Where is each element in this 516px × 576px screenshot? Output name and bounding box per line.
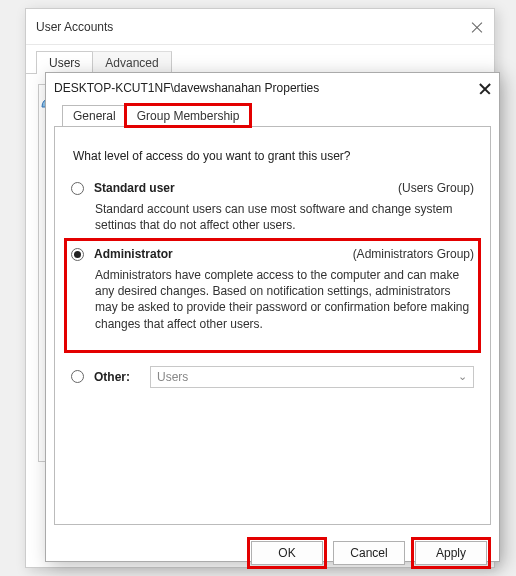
radio-other[interactable]: [71, 370, 84, 383]
option-standard[interactable]: Standard user (Users Group) Standard acc…: [71, 181, 474, 229]
standard-label: Standard user: [94, 181, 175, 195]
apply-button[interactable]: Apply: [415, 541, 487, 565]
inner-title: DESKTOP-KCUT1NF\davewshanahan Properties: [54, 81, 319, 95]
tab-group-membership[interactable]: Group Membership: [126, 105, 251, 126]
standard-desc: Standard account users can use most soft…: [95, 201, 474, 229]
admin-label: Administrator: [94, 247, 173, 261]
other-label: Other:: [94, 370, 140, 384]
outer-titlebar: User Accounts: [26, 9, 494, 45]
other-select-value: Users: [157, 370, 188, 384]
outer-title: User Accounts: [36, 20, 113, 34]
group-membership-panel: What level of access do you want to gran…: [54, 127, 491, 525]
chevron-down-icon: ⌄: [458, 370, 467, 383]
dialog-buttons: OK Cancel Apply: [46, 533, 499, 575]
option-administrator[interactable]: Administrator (Administrators Group) Adm…: [69, 243, 476, 348]
outer-tabs: Users Advanced: [36, 51, 494, 74]
other-select[interactable]: Users ⌄: [150, 366, 474, 388]
inner-titlebar: DESKTOP-KCUT1NF\davewshanahan Properties: [46, 73, 499, 103]
tab-advanced[interactable]: Advanced: [92, 51, 171, 74]
admin-group: (Administrators Group): [353, 247, 474, 261]
close-icon[interactable]: [470, 20, 484, 34]
admin-desc: Administrators have complete access to t…: [95, 267, 474, 332]
radio-standard[interactable]: [71, 182, 84, 195]
radio-administrator[interactable]: [71, 248, 84, 261]
ok-button[interactable]: OK: [251, 541, 323, 565]
tab-users[interactable]: Users: [36, 51, 93, 74]
close-icon[interactable]: [479, 82, 491, 94]
properties-window: DESKTOP-KCUT1NF\davewshanahan Properties…: [45, 72, 500, 562]
standard-group: (Users Group): [398, 181, 474, 195]
option-other[interactable]: Other: Users ⌄: [71, 366, 474, 388]
access-prompt: What level of access do you want to gran…: [73, 149, 472, 163]
tab-general[interactable]: General: [62, 105, 127, 126]
cancel-button[interactable]: Cancel: [333, 541, 405, 565]
inner-tabs: General Group Membership: [62, 105, 491, 126]
